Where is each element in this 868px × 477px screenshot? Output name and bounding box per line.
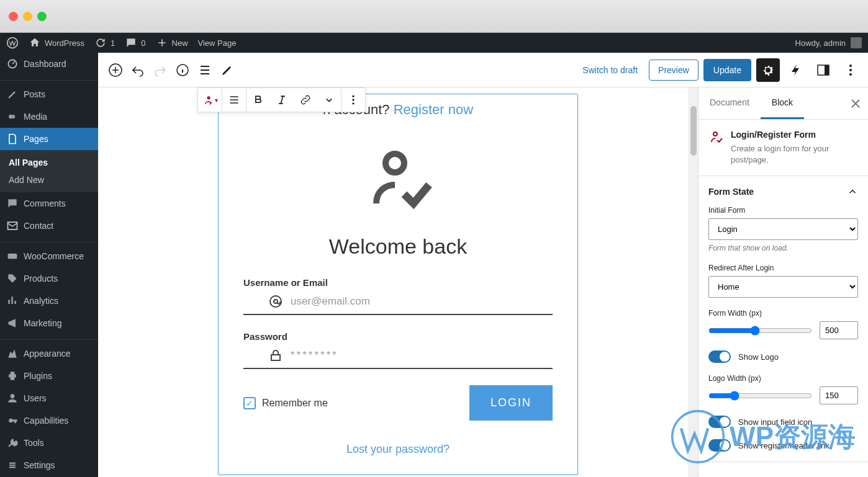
admin-updates[interactable]: 1: [94, 37, 115, 49]
admin-view-page[interactable]: View Page: [198, 38, 237, 48]
mac-close-dot[interactable]: [9, 12, 18, 21]
admin-new-label: New: [172, 38, 188, 48]
admin-view-page-label: View Page: [198, 38, 237, 48]
admin-site-name: WordPress: [45, 38, 84, 48]
admin-comments-count: 0: [141, 38, 145, 48]
wp-admin-bar: WordPress 1 0 New View Page Howdy, admin: [0, 33, 868, 53]
admin-site-link[interactable]: WordPress: [29, 37, 84, 49]
admin-new[interactable]: New: [156, 37, 188, 49]
admin-comments[interactable]: 0: [125, 37, 145, 49]
admin-updates-count: 1: [111, 38, 115, 48]
mac-window-chrome: [0, 0, 868, 33]
mac-minimize-dot[interactable]: [23, 12, 32, 21]
admin-howdy[interactable]: Howdy, admin: [795, 38, 846, 48]
mac-zoom-dot[interactable]: [37, 12, 47, 21]
admin-avatar[interactable]: [851, 37, 862, 48]
svg-point-0: [7, 38, 18, 48]
admin-wp-logo[interactable]: [6, 37, 19, 49]
